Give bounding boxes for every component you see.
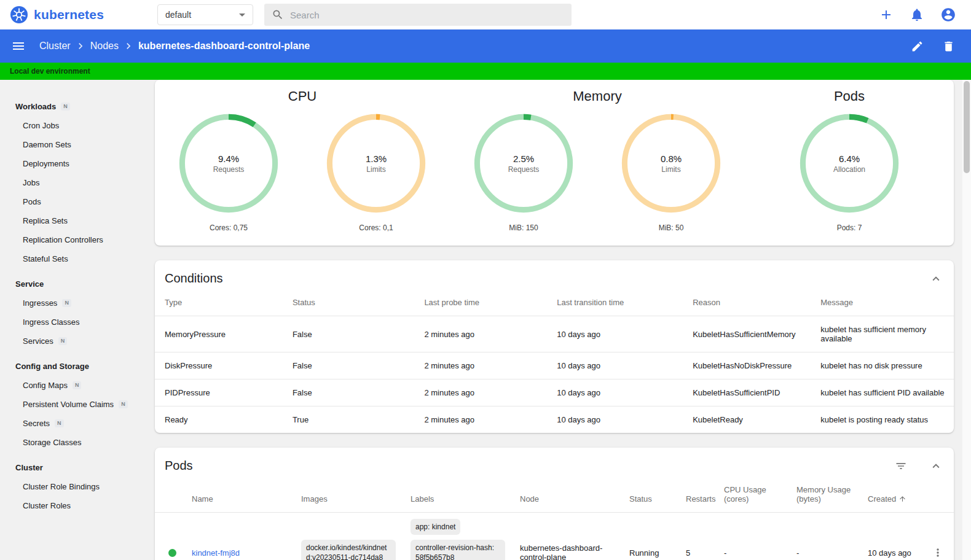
- column-header-actions: [922, 480, 954, 513]
- nav-group-workloads: Workloads N Cron Jobs Daemon Sets Deploy…: [0, 97, 152, 268]
- sidebar-item-persistent-volume-claims[interactable]: Persistent Volume Claims N: [0, 395, 152, 414]
- sidebar-item-services[interactable]: Services N: [0, 332, 152, 351]
- donut-percent: 1.3%: [366, 154, 387, 164]
- sidebar-item-cron-jobs[interactable]: Cron Jobs: [0, 116, 152, 135]
- donut-metric: Requests: [508, 165, 540, 174]
- conditions-table: Type Status Last probe time Last transit…: [155, 293, 954, 433]
- table-row: kindnet-fmj8d docker.io/kindest/kindnetd…: [155, 513, 954, 560]
- column-header-last-transition-time: Last transition time: [549, 293, 685, 316]
- column-header-status-dot: [155, 480, 184, 513]
- nav-label: Services: [23, 336, 53, 346]
- donut-caption: MiB: 50: [659, 224, 684, 232]
- donut-cpu-limits: 1.3% Limits Cores: 0,1: [324, 112, 428, 232]
- cell-reason: KubeletHasSufficientPID: [685, 379, 813, 406]
- sidebar-item-replica-sets[interactable]: Replica Sets: [0, 211, 152, 230]
- column-header-type: Type: [155, 293, 285, 316]
- more-vert-icon[interactable]: [929, 546, 946, 559]
- chevron-right-icon: [74, 40, 87, 52]
- sidebar-item-secrets[interactable]: Secrets N: [0, 414, 152, 433]
- search-bar[interactable]: [264, 4, 572, 26]
- environment-banner: Local dev environment: [0, 63, 971, 80]
- column-header-images: Images: [294, 480, 403, 513]
- sidebar-item-daemon-sets[interactable]: Daemon Sets: [0, 135, 152, 154]
- namespace-selector[interactable]: default: [157, 4, 253, 25]
- delete-icon[interactable]: [942, 40, 955, 53]
- sidebar-item-replication-controllers[interactable]: Replication Controllers: [0, 230, 152, 249]
- nav-label: Config Maps: [23, 381, 68, 390]
- column-header-labels: Labels: [403, 480, 513, 513]
- sidebar-item-cluster-roles[interactable]: Cluster Roles: [0, 496, 152, 515]
- notifications-icon[interactable]: [910, 7, 924, 22]
- cell-probe: 2 minutes ago: [417, 379, 549, 406]
- scrollbar-thumb[interactable]: [964, 81, 970, 173]
- breadcrumb-nodes[interactable]: Nodes: [90, 41, 119, 52]
- nav-label: Cluster Roles: [23, 501, 71, 510]
- table-row: PIDPressure False 2 minutes ago 10 days …: [155, 379, 954, 406]
- sidebar-item-ingresses[interactable]: Ingresses N: [0, 294, 152, 313]
- account-icon[interactable]: [940, 7, 956, 23]
- sidebar-item-cluster-role-bindings[interactable]: Cluster Role Bindings: [0, 477, 152, 496]
- sidebar-item-jobs[interactable]: Jobs: [0, 173, 152, 192]
- sort-ascending-icon: [898, 495, 906, 503]
- collapse-icon[interactable]: [929, 272, 943, 286]
- sidebar-section-service: Service: [0, 274, 152, 294]
- donut-pods-allocation: 6.4% Allocation Pods: 7: [798, 112, 901, 232]
- kubernetes-logo-icon: [10, 6, 28, 24]
- usage-section-pods: Pods 6.4% Allocation: [745, 88, 954, 232]
- add-icon[interactable]: [879, 7, 894, 22]
- search-icon: [272, 9, 284, 21]
- cell-type: PIDPressure: [155, 379, 285, 406]
- sidebar-item-pods[interactable]: Pods: [0, 192, 152, 211]
- table-row: Ready True 2 minutes ago 10 days ago Kub…: [155, 406, 954, 434]
- column-header-cpu-usage: CPU Usage (cores): [717, 480, 789, 513]
- scrollbar[interactable]: [962, 80, 971, 560]
- filter-icon[interactable]: [895, 460, 907, 472]
- column-header-created[interactable]: Created: [860, 480, 922, 513]
- chevron-right-icon: [122, 40, 135, 52]
- sidebar-item-deployments[interactable]: Deployments: [0, 154, 152, 173]
- conditions-title: Conditions: [165, 271, 223, 286]
- namespace-value: default: [165, 10, 191, 20]
- cell-message: kubelet has sufficient PID available: [813, 379, 954, 406]
- sidebar-item-stateful-sets[interactable]: Stateful Sets: [0, 249, 152, 268]
- pod-name-link[interactable]: kindnet-fmj8d: [192, 548, 240, 558]
- cell-message: kubelet has no disk pressure: [813, 352, 954, 379]
- pods-title: Pods: [165, 459, 193, 473]
- nav-label: Workloads: [15, 102, 56, 111]
- nav-group-config-storage: Config and Storage Config Maps N Persist…: [0, 357, 152, 452]
- nav-label: Replica Sets: [23, 216, 68, 225]
- menu-icon[interactable]: [11, 39, 26, 53]
- cell-memory-usage: -: [789, 513, 860, 560]
- breadcrumb-cluster[interactable]: Cluster: [39, 41, 71, 52]
- new-badge: N: [58, 337, 68, 345]
- edit-icon[interactable]: [911, 40, 924, 53]
- usage-section-cpu: CPU 9.4% Requests: [155, 88, 450, 232]
- search-input[interactable]: [290, 10, 564, 20]
- column-header-reason: Reason: [685, 293, 813, 316]
- image-chip: docker.io/kindest/kindnetd:v20230511-dc7…: [301, 540, 396, 560]
- cell-probe: 2 minutes ago: [417, 406, 549, 434]
- new-badge: N: [62, 299, 71, 307]
- conditions-card: Conditions Type Status Last probe time L…: [155, 260, 954, 433]
- cell-probe: 2 minutes ago: [417, 316, 549, 352]
- column-header-message: Message: [813, 293, 954, 316]
- column-header-restarts: Restarts: [678, 480, 717, 513]
- nav-label: Jobs: [23, 178, 39, 187]
- sidebar-item-config-maps[interactable]: Config Maps N: [0, 376, 152, 395]
- donut-metric: Allocation: [833, 165, 865, 174]
- sidebar-item-storage-classes[interactable]: Storage Classes: [0, 433, 152, 452]
- column-header-memory-usage: Memory Usage (bytes): [789, 480, 860, 513]
- column-header-status: Status: [285, 293, 417, 316]
- dropdown-caret-icon: [239, 14, 245, 17]
- usage-title-cpu: CPU: [155, 88, 450, 104]
- cell-status: True: [285, 406, 417, 434]
- brand[interactable]: kubernetes: [10, 6, 147, 24]
- sidebar-section-config-and-storage: Config and Storage: [0, 357, 152, 376]
- sidebar: Workloads N Cron Jobs Daemon Sets Deploy…: [0, 80, 152, 560]
- nav-label: Ingresses: [23, 298, 57, 308]
- sidebar-item-ingress-classes[interactable]: Ingress Classes: [0, 313, 152, 332]
- collapse-icon[interactable]: [929, 459, 943, 473]
- new-badge: N: [55, 419, 64, 427]
- cell-reason: KubeletHasSufficientMemory: [685, 316, 813, 352]
- sidebar-item-workloads[interactable]: Workloads N: [0, 97, 152, 116]
